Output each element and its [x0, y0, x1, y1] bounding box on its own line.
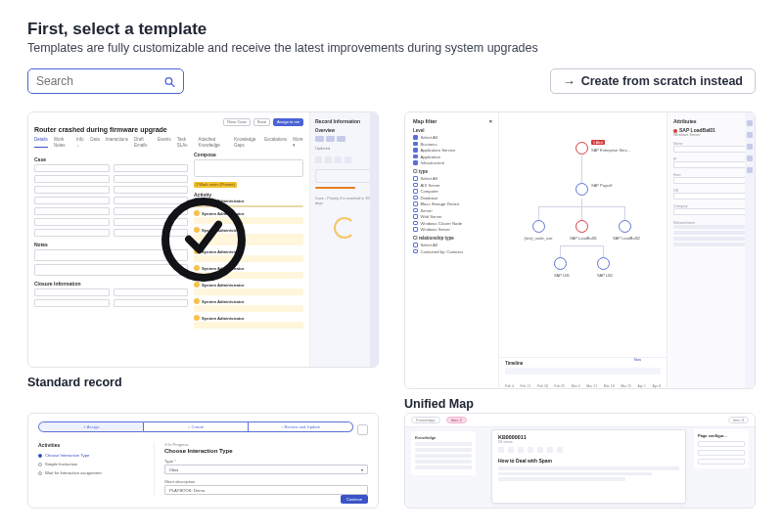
search-icon: [163, 75, 176, 88]
record-title: Router crashed during firmware upgrade: [34, 126, 303, 134]
filter-icon: [357, 424, 368, 435]
search-input[interactable]: [27, 68, 184, 94]
template-card-unified-map[interactable]: Map filter× Level Select All Business Ap…: [404, 111, 756, 389]
svg-line-1: [171, 84, 174, 87]
template-card-assign[interactable]: ✓ Assign ○ Create ○ Review and Update Ac…: [27, 413, 379, 509]
template-card-knowledge[interactable]: Knowledge Item 2 Item 3 Knowledge KB0000…: [404, 413, 756, 509]
record-tabs: Details Work Notes Info ↓ Data Interacti…: [34, 137, 303, 148]
search-field-wrap: [27, 68, 184, 94]
continue-button: Continue: [341, 495, 368, 504]
arrow-right-icon: →: [563, 75, 576, 88]
template-caption: Unified Map: [404, 397, 756, 411]
create-from-scratch-button[interactable]: → Create from scratch instead: [550, 68, 756, 94]
template-caption: Standard record: [27, 376, 379, 389]
create-from-scratch-label: Create from scratch instead: [581, 74, 743, 88]
page-subtitle: Templates are fully customizable and rec…: [27, 41, 756, 55]
close-icon: ×: [489, 118, 492, 124]
save-button: Save: [253, 118, 270, 126]
chevron-down-icon: ▾: [361, 467, 363, 472]
template-card-standard-record[interactable]: Clear Case Save Assign to me Router cras…: [27, 111, 379, 389]
selected-check-icon: [161, 198, 246, 282]
svg-point-0: [165, 78, 172, 85]
page-title: First, select a template: [27, 20, 756, 39]
clear-case-button: Clear Case: [223, 118, 251, 126]
side-tab-icons: [745, 112, 755, 388]
assign-button: Assign to me: [273, 118, 303, 126]
